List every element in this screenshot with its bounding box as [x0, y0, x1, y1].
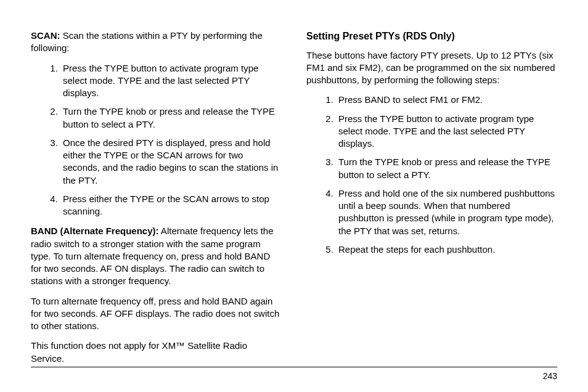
list-item: Turn the TYPE knob or press and release …: [60, 105, 282, 131]
list-item: Press BAND to select FM1 or FM2.: [336, 94, 557, 106]
list-item: Repeat the steps for each pushbutton.: [336, 243, 557, 256]
preset-steps-list: Press BAND to select FM1 or FM2. Press t…: [306, 94, 557, 256]
list-item: Turn the TYPE knob or press and release …: [336, 156, 557, 181]
scan-lead: SCAN:: [31, 30, 60, 41]
band-paragraph: BAND (Alternate Frequency): Alternate fr…: [31, 225, 282, 287]
list-item: Press either the TYPE or the SCAN arrows…: [60, 193, 282, 218]
section-heading: Setting Preset PTYs (RDS Only): [306, 30, 557, 43]
band-off-paragraph: To turn alternate frequency off, press a…: [31, 295, 282, 333]
intro-paragraph: These buttons have factory PTY presets. …: [306, 49, 557, 87]
list-item: Once the desired PTY is displayed, press…: [60, 137, 282, 187]
left-column: SCAN: Scan the stations within a PTY by …: [31, 30, 282, 372]
list-item: Press the TYPE button to activate progra…: [336, 113, 557, 150]
scan-paragraph: SCAN: Scan the stations within a PTY by …: [31, 30, 282, 55]
page-number: 243: [543, 370, 557, 382]
list-item: Press and hold one of the six numbered p…: [336, 187, 557, 237]
band-note-paragraph: This function does not apply for XM™ Sat…: [31, 340, 282, 365]
scan-steps-list: Press the TYPE button to activate progra…: [31, 62, 282, 218]
right-column: Setting Preset PTYs (RDS Only) These but…: [306, 30, 557, 372]
list-item: Press the TYPE button to activate progra…: [60, 62, 282, 100]
footer-rule: [31, 367, 557, 367]
page-columns: SCAN: Scan the stations within a PTY by …: [31, 30, 557, 372]
scan-text: Scan the stations within a PTY by perfor…: [31, 30, 263, 53]
band-lead: BAND (Alternate Frequency):: [31, 226, 159, 236]
